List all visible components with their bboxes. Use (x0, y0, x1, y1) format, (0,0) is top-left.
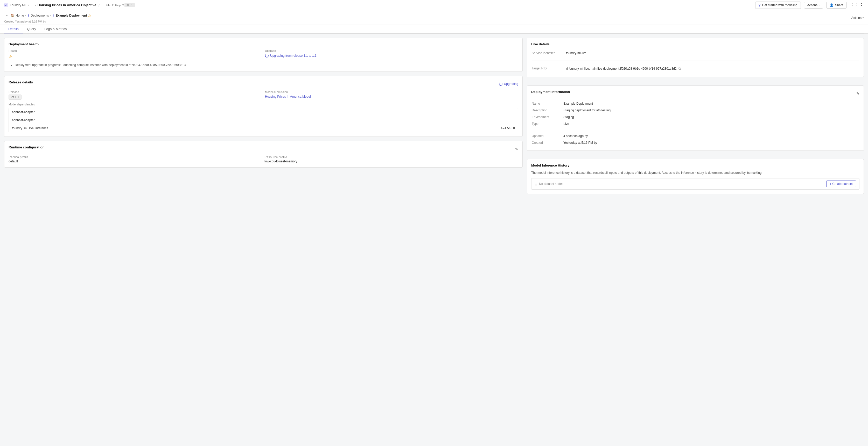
created-value: Yesterday at 5:16 PM by (563, 140, 859, 146)
tab-details[interactable]: Details (4, 25, 23, 33)
table-icon: ⊞ (535, 182, 537, 186)
release-details-card: Release details Upgrading Release 🏷 1.1 … (4, 76, 523, 137)
upgrade-label: Upgrade (265, 49, 518, 52)
release-label: Release (8, 91, 262, 94)
environment-label: Environment (532, 114, 563, 120)
breadcrumb-dots[interactable]: ... (31, 3, 33, 7)
get-started-button[interactable]: ? Get started with modeling (755, 2, 801, 9)
created-row: Created Yesterday at 5:16 PM by (532, 140, 859, 146)
deployments-breadcrumb[interactable]: ⬆ Deployments (27, 14, 49, 18)
resource-profile-label: Resource profile (265, 156, 518, 159)
updated-label: Updated (532, 133, 563, 139)
main-content: Deployment health Health ⚠ Upgrade Upgra… (0, 34, 868, 198)
health-grid: Health ⚠ Upgrade Upgrading from release … (8, 49, 518, 60)
sub-actions-button[interactable]: Actions ▾ (851, 16, 864, 20)
runtime-config-card: Runtime configuration ✎ Replica profile … (4, 141, 523, 168)
updated-value: 4 seconds ago by (563, 133, 859, 139)
breadcrumb-foundry[interactable]: Foundry ML (10, 3, 26, 7)
windows-count[interactable]: ⊞1 (124, 3, 135, 7)
top-bar: ML Foundry ML › ... › Housing Prices in … (0, 0, 868, 10)
name-row: Name Example Deployment (532, 101, 859, 107)
deployment-info-title: Deployment information (531, 90, 570, 94)
home-icon: 🏠 (11, 14, 14, 18)
model-submission-col: Model submission Housing Prices In Ameri… (265, 91, 518, 100)
release-col: Release 🏷 1.1 (8, 91, 262, 100)
model-submission-label: Model submission (265, 91, 518, 94)
type-label: Type (532, 121, 563, 127)
create-dataset-button[interactable]: + Create dataset (826, 180, 856, 187)
dep-name-3: foundry_ml_live_inference (12, 126, 48, 130)
deployment-health-title: Deployment health (8, 42, 518, 46)
menu-dots-icon[interactable]: ⋮⋮⋮ (850, 2, 864, 8)
share-button[interactable]: 👤 Share (826, 2, 847, 8)
environment-row: Environment Staging (532, 114, 859, 120)
actions-caret: ▾ (818, 4, 820, 6)
sub-bar: ← 🏠 Home › ⬆ Deployments › ⬆ Example Dep… (0, 10, 868, 25)
updated-row: Updated 4 seconds ago by (532, 133, 859, 139)
file-menu-help[interactable]: Help (114, 3, 122, 7)
deploy-info-edit-icon[interactable]: ✎ (856, 92, 860, 96)
sub-bar-breadcrumb: ← 🏠 Home › ⬆ Deployments › ⬆ Example Dep… (4, 11, 92, 19)
sub-actions-caret: ▾ (863, 16, 864, 19)
star-icon[interactable]: ☆ (98, 3, 101, 7)
description-row: Description Staging deployment for a/b t… (532, 107, 859, 113)
top-bar-left: ML Foundry ML › ... › Housing Prices in … (4, 3, 135, 7)
tabs-wrapper: Details Query Logs & Metrics (0, 25, 868, 34)
release-tag: 🏷 1.1 (8, 95, 22, 100)
file-menu: File▾ Help▾ ⊞1 (105, 3, 135, 7)
deployment-info-card: Deployment information ✎ Name Example De… (527, 85, 864, 151)
target-rid-label: Target RID (532, 65, 565, 72)
edit-icon[interactable]: ✎ (515, 147, 518, 151)
inference-desc: The model inference history is a dataset… (531, 170, 860, 175)
service-identifier-label: Service identifier (532, 50, 565, 57)
live-details-card: Live details Service identifier foundry-… (527, 38, 864, 77)
description-value: Staging deployment for a/b testing (563, 107, 859, 113)
tab-logs-metrics[interactable]: Logs & Metrics (40, 25, 71, 33)
deployment-health-card: Deployment health Health ⚠ Upgrade Upgra… (4, 38, 523, 72)
runtime-config-title: Runtime configuration (8, 145, 44, 149)
release-details-title: Release details (8, 80, 33, 84)
live-details-table: Service identifier foundry-ml-live Targe… (531, 49, 860, 73)
top-actions-button[interactable]: Actions ▾ (804, 2, 823, 8)
tabs-row: Details Query Logs & Metrics (4, 25, 864, 33)
health-col: Health ⚠ (8, 49, 262, 60)
top-bar-right: ? Get started with modeling Actions ▾ 👤 … (755, 2, 864, 9)
upgrade-col: Upgrade Upgrading from release 1.1 to 1.… (265, 49, 518, 60)
model-inference-title: Model Inference History (531, 164, 860, 167)
deps-label: Model dependencies (8, 103, 518, 106)
home-breadcrumb[interactable]: 🏠 Home (11, 14, 24, 18)
right-column: Live details Service identifier foundry-… (527, 38, 864, 194)
target-rid-value: ri.foundry-ml-live.main.live-deployment.… (566, 65, 859, 72)
resource-profile-row: Resource profile low-cpu-lowest-memory (265, 156, 518, 163)
deployment-icon: ⬆ (27, 14, 30, 18)
spin-icon (265, 54, 269, 58)
service-identifier-value: foundry-ml-live (566, 50, 859, 57)
dep-name-1: agnhost-adapter (12, 110, 34, 114)
created-label: Created (532, 140, 563, 146)
tag-icon: 🏷 (11, 96, 14, 99)
dep-version-3: >=1.518.0 (501, 126, 515, 130)
dep-row: foundry_ml_live_inference >=1.518.0 (9, 124, 518, 132)
current-page-breadcrumb: ⬆ Example Deployment ⚠ (52, 13, 91, 18)
app-icon: ML (4, 3, 8, 7)
name-label: Name (532, 101, 563, 107)
config-grid: Replica profile default Resource profile… (8, 156, 518, 163)
description-label: Description (532, 107, 563, 113)
config-header: Runtime configuration ✎ (8, 145, 518, 152)
current-deploy-icon: ⬆ (52, 14, 55, 18)
page-title: Housing Prices in America Objective (38, 3, 96, 7)
tab-query[interactable]: Query (23, 25, 40, 33)
type-value: Live (563, 121, 859, 127)
sub-breadcrumb-sep-1: › (25, 14, 26, 18)
resource-profile-value: low-cpu-lowest-memory (265, 160, 518, 163)
help-icon: ? (758, 3, 761, 7)
upgrading-badge: Upgrading (499, 82, 518, 86)
service-identifier-row: Service identifier foundry-ml-live (532, 50, 859, 57)
file-menu-file[interactable]: File (105, 3, 112, 7)
breadcrumb-section: ← 🏠 Home › ⬆ Deployments › ⬆ Example Dep… (4, 11, 92, 25)
live-details-title: Live details (531, 42, 860, 46)
breadcrumb-sep-2: › (35, 3, 36, 7)
model-submission-link[interactable]: Housing Prices In America Model (265, 95, 311, 98)
back-button[interactable]: ← (4, 12, 9, 19)
copy-icon[interactable]: ⧉ (679, 67, 681, 70)
